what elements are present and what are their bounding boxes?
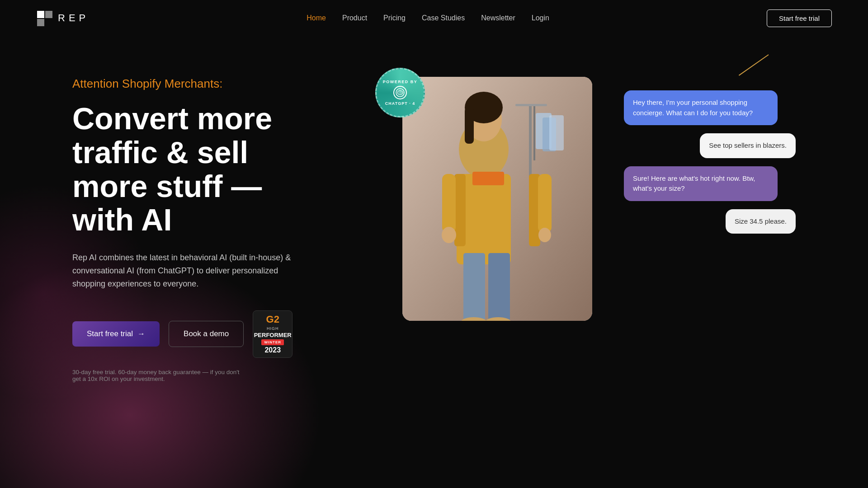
g2-winter-label: WINTER: [261, 339, 284, 345]
hero-title-line1: Convert more: [72, 101, 272, 136]
person-placeholder: [402, 77, 592, 321]
hero-description: Rep AI combines the latest in behavioral…: [72, 251, 298, 290]
svg-rect-1: [45, 11, 52, 18]
chat-bubble-4: Size 34.5 please.: [726, 209, 796, 234]
svg-rect-19: [463, 253, 485, 321]
chatgpt-powered-by: POWERED BY: [383, 80, 418, 84]
g2-label: G2: [266, 314, 279, 325]
logo[interactable]: REP: [36, 10, 89, 26]
start-trial-label: Start free trial: [87, 329, 133, 338]
hero-person-image: [402, 77, 592, 321]
svg-rect-8: [533, 106, 535, 160]
chatgpt-logo-icon: [392, 85, 408, 100]
chatgpt-badge: POWERED BY CHATGPT · 4: [375, 68, 425, 117]
svg-rect-21: [442, 174, 456, 233]
g2-high-label: HIGH: [267, 326, 279, 331]
svg-rect-0: [37, 11, 44, 18]
chat-bubble-3: Sure! Here are what's hot right now. Btw…: [624, 166, 778, 201]
svg-rect-7: [515, 104, 547, 106]
store-bg-svg: [402, 77, 592, 321]
chatgpt-version: CHATGPT · 4: [385, 101, 415, 106]
svg-rect-20: [488, 253, 510, 321]
logo-icon: [36, 10, 52, 26]
navbar: REP Home Product Pricing Case Studies Ne…: [0, 0, 868, 36]
chat-bubble-1: Hey there, I'm your personal shopping co…: [624, 90, 778, 125]
arrow-icon: →: [137, 329, 145, 338]
brand-name: REP: [58, 12, 89, 24]
g2-performer-label: PERFORMER: [254, 332, 292, 338]
hero-title-line4: with AI: [72, 202, 172, 237]
chatgpt-badge-inner: POWERED BY CHATGPT · 4: [375, 68, 425, 117]
g2-year-label: 2023: [264, 346, 281, 354]
hero-subtitle: Attention Shopify Merchants:: [72, 77, 353, 91]
nav-pricing[interactable]: Pricing: [383, 14, 406, 22]
hero-left: Attention Shopify Merchants: Convert mor…: [72, 63, 353, 382]
hero-fine-print: 30-day free trial. 60-day money back gua…: [72, 369, 244, 382]
hero-title-line2: traffic & sell: [72, 135, 248, 169]
svg-rect-15: [465, 108, 474, 144]
hero-right: POWERED BY CHATGPT · 4: [389, 63, 796, 325]
nav-login[interactable]: Login: [532, 14, 549, 22]
start-trial-button[interactable]: Start free trial →: [72, 321, 160, 347]
deco-line: [739, 54, 769, 76]
book-demo-button[interactable]: Book a demo: [169, 321, 244, 347]
hero-title-line3: more stuff —: [72, 169, 262, 203]
nav-links: Home Product Pricing Case Studies Newsle…: [307, 14, 549, 22]
nav-case-studies[interactable]: Case Studies: [422, 14, 465, 22]
svg-point-23: [442, 227, 456, 243]
hero-buttons: Start free trial → Book a demo G2 HIGH P…: [72, 310, 353, 358]
svg-rect-22: [538, 174, 552, 233]
nav-newsletter[interactable]: Newsletter: [481, 14, 515, 22]
svg-rect-2: [37, 19, 44, 26]
svg-rect-27: [472, 172, 504, 185]
chat-bubble-2: See top sellers in blazers.: [700, 133, 796, 158]
nav-start-trial-button[interactable]: Start free trial: [767, 9, 832, 27]
nav-product[interactable]: Product: [342, 14, 367, 22]
g2-badge: G2 HIGH PERFORMER WINTER 2023: [253, 310, 292, 358]
hero-section: Attention Shopify Merchants: Convert mor…: [0, 36, 868, 382]
svg-rect-11: [549, 115, 564, 150]
hero-title: Convert more traffic & sell more stuff —…: [72, 102, 353, 237]
nav-home[interactable]: Home: [307, 14, 326, 22]
chat-area: Hey there, I'm your personal shopping co…: [624, 90, 796, 234]
svg-point-24: [538, 228, 551, 242]
